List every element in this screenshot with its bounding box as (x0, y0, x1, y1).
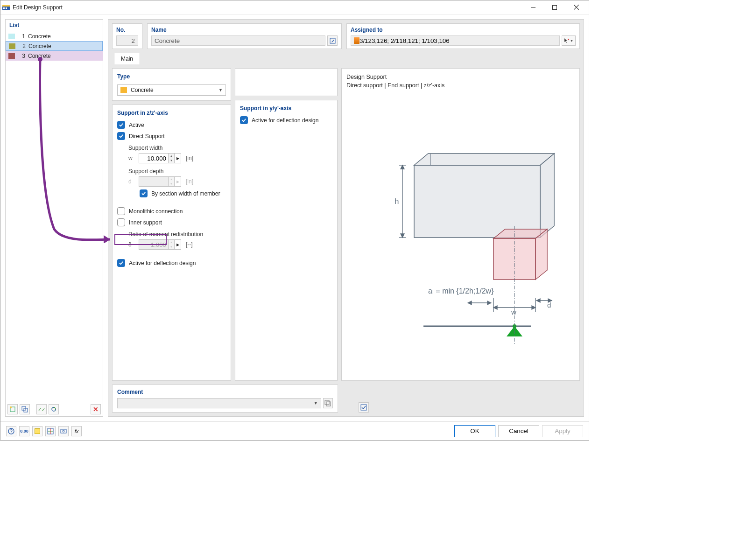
support-y-label: Support in y/y'-axis (240, 105, 332, 112)
member-chip-icon (354, 37, 359, 44)
active-deflection-y-checkbox[interactable]: Active for deflection design (240, 116, 332, 124)
svg-rect-39 (326, 402, 331, 406)
copy-item-button[interactable] (20, 404, 30, 414)
list-item[interactable]: 3 Concrete (6, 51, 103, 61)
active-deflection-z-checkbox[interactable]: Active for deflection design (117, 259, 226, 267)
support-depth-label: Support depth (128, 168, 226, 175)
type-select[interactable]: Concrete ▼ (117, 84, 226, 96)
pick-button[interactable]: ▼ (562, 35, 576, 46)
delete-item-button[interactable]: ✕ (91, 404, 101, 414)
preview-title: Design Support (346, 73, 575, 82)
ratio-label: Ratio of moment redistribution (128, 231, 226, 238)
list-item[interactable]: 1 Concrete (6, 31, 103, 41)
svg-rect-3 (6, 7, 7, 9)
svg-text:h: h (395, 197, 399, 206)
svg-text:?: ? (10, 429, 13, 434)
tab-main[interactable]: Main (114, 53, 140, 64)
fx-button[interactable]: fx (71, 426, 82, 436)
svg-text:w: w (511, 308, 516, 316)
svg-rect-38 (325, 400, 329, 405)
direct-support-checkbox[interactable]: Direct Support (117, 132, 226, 140)
layout-button[interactable] (45, 426, 56, 436)
preview-subtitle: Direct support | End support | z/z'-axis (346, 82, 575, 90)
name-input[interactable] (151, 35, 325, 46)
svg-text:aᵢ = min {1/2h;1/2w}: aᵢ = min {1/2h;1/2w} (428, 287, 494, 295)
apply-button: Apply (542, 425, 583, 437)
no-input[interactable] (116, 35, 138, 46)
list-header: List (6, 20, 103, 31)
support-z-label: Support in z/z'-axis (117, 110, 226, 116)
view-button[interactable] (58, 426, 69, 436)
svg-marker-16 (414, 165, 540, 238)
help-button[interactable]: ? (6, 426, 16, 436)
monolithic-checkbox[interactable]: Monolithic connection (117, 207, 226, 215)
swatch-icon (9, 43, 15, 49)
active-checkbox[interactable]: Active (117, 121, 226, 129)
app-icon (2, 4, 10, 11)
type-label: Type (117, 73, 226, 80)
by-section-checkbox[interactable]: By section width of member (140, 189, 226, 197)
comment-select[interactable]: ▼ (117, 398, 321, 408)
edit-name-button[interactable] (327, 35, 338, 46)
preview-diagram: h aᵢ = min {1/2h;1/2w} (346, 90, 575, 376)
color-button[interactable] (32, 426, 42, 436)
no-label: No. (116, 27, 138, 33)
view-options-button[interactable] (359, 402, 369, 413)
support-width-input[interactable]: ▲▼ ▶ (139, 153, 181, 163)
units-button[interactable]: 0.00 (19, 426, 29, 436)
svg-rect-2 (3, 7, 5, 9)
svg-text:d: d (547, 301, 551, 309)
check-button[interactable]: ✓✓ (36, 404, 47, 414)
svg-marker-21 (536, 229, 547, 280)
support-width-label: Support width (128, 145, 226, 151)
ok-button[interactable]: OK (454, 425, 495, 437)
close-button[interactable] (565, 0, 587, 14)
assigned-input[interactable] (359, 36, 557, 45)
swatch-icon (8, 34, 15, 39)
maximize-button[interactable] (544, 0, 565, 14)
svg-rect-40 (361, 405, 366, 410)
svg-marker-15 (414, 154, 554, 165)
comment-edit-button[interactable] (323, 398, 333, 408)
ratio-input[interactable]: ▲▼ ▶ (139, 239, 181, 250)
inner-support-checkbox[interactable]: Inner support (117, 218, 226, 226)
window-title: Edit Design Support (13, 4, 522, 11)
svg-rect-48 (61, 429, 66, 433)
swatch-icon (8, 53, 15, 59)
svg-rect-5 (553, 5, 557, 9)
minimize-button[interactable] (522, 0, 544, 14)
svg-marker-17 (540, 154, 554, 238)
support-depth-input: ▲▼ ▶ (139, 176, 181, 187)
name-label: Name (151, 27, 338, 33)
new-item-button[interactable] (7, 404, 18, 414)
comment-label: Comment (117, 389, 333, 395)
svg-rect-1 (2, 5, 10, 7)
type-swatch-icon (120, 87, 127, 93)
svg-point-49 (63, 430, 64, 432)
reload-button[interactable] (49, 404, 59, 414)
cancel-button[interactable]: Cancel (498, 425, 539, 437)
svg-point-9 (10, 406, 12, 408)
list-item[interactable]: 2 Concrete (6, 41, 103, 51)
assigned-label: Assigned to (351, 27, 576, 33)
